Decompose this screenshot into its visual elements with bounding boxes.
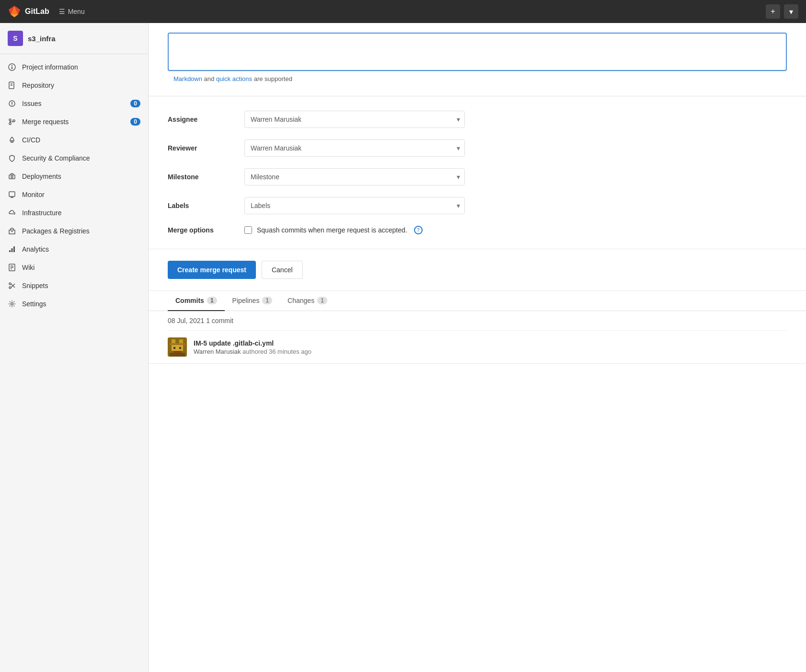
sidebar-item-monitor[interactable]: Monitor [0, 185, 148, 204]
sidebar-item-cicd[interactable]: CI/CD [0, 131, 148, 149]
svg-point-18 [11, 176, 13, 178]
tab-changes[interactable]: Changes 1 [280, 291, 335, 311]
tab-pipelines[interactable]: Pipelines 1 [225, 291, 280, 311]
sidebar-item-repository[interactable]: Repository [0, 76, 148, 94]
package-icon [8, 227, 16, 235]
milestone-select[interactable]: Milestone [244, 168, 465, 185]
tab-commits-label: Commits [175, 297, 204, 304]
svg-rect-44 [170, 353, 185, 357]
svg-rect-19 [9, 192, 15, 197]
gitlab-logo[interactable]: GitLab [8, 5, 49, 18]
sidebar-item-analytics[interactable]: Analytics [0, 240, 148, 258]
sidebar-item-label: Repository [22, 81, 140, 89]
monitor-icon [8, 190, 16, 199]
svg-rect-17 [9, 175, 15, 179]
changes-count-badge: 1 [317, 297, 327, 304]
assignee-select-wrapper: Warren Marusiak ▾ [244, 111, 465, 128]
merge-requests-badge: 0 [130, 118, 140, 126]
svg-point-12 [12, 104, 12, 105]
cancel-button[interactable]: Cancel [262, 261, 303, 279]
tab-changes-label: Changes [288, 297, 314, 304]
markdown-link[interactable]: Markdown [173, 75, 202, 82]
sidebar-item-label: Issues [22, 100, 125, 107]
reviewer-select[interactable]: Warren Marusiak [244, 139, 465, 157]
svg-rect-40 [172, 345, 183, 351]
squash-label[interactable]: Squash commits when merge request is acc… [257, 226, 407, 234]
milestone-label: Milestone [168, 173, 244, 181]
svg-point-35 [11, 303, 13, 305]
sidebar-item-deployments[interactable]: Deployments [0, 167, 148, 185]
sidebar-item-snippets[interactable]: Snippets [0, 277, 148, 295]
chevron-down-icon: ▾ [789, 7, 793, 16]
reviewer-select-wrapper: Warren Marusiak ▾ [244, 139, 465, 157]
sidebar-item-packages-registries[interactable]: Packages & Registries [0, 222, 148, 240]
commit-author: Warren Marusiak [194, 348, 241, 355]
commits-list: 08 Jul, 2021 1 commit [149, 311, 806, 363]
svg-rect-26 [13, 246, 15, 252]
sidebar-item-label: Snippets [22, 282, 140, 290]
milestone-row: Milestone Milestone ▾ [168, 168, 787, 185]
labels-label: Labels [168, 202, 244, 209]
issues-badge: 0 [130, 100, 140, 107]
sidebar-item-label: Merge requests [22, 118, 125, 126]
actions-section: Create merge request Cancel [149, 249, 806, 291]
app-body: S s3_infra Project information Repositor… [0, 23, 806, 672]
svg-rect-37 [172, 339, 175, 343]
sidebar-item-label: Security & Compliance [22, 154, 140, 162]
sidebar-item-label: Project information [22, 63, 140, 71]
gitlab-fox-icon [8, 5, 21, 18]
new-item-button[interactable]: + [766, 4, 780, 19]
sidebar-item-settings[interactable]: Settings [0, 295, 148, 313]
project-name: s3_infra [28, 35, 56, 43]
sidebar-item-wiki[interactable]: Wiki [0, 258, 148, 277]
avatar-pixel-art [168, 337, 187, 357]
commits-count-badge: 1 [207, 297, 217, 304]
svg-rect-38 [179, 339, 183, 343]
labels-row: Labels Labels ▾ [168, 197, 787, 214]
svg-rect-16 [11, 141, 13, 142]
sidebar-item-security-compliance[interactable]: Security & Compliance [0, 149, 148, 167]
create-merge-request-button[interactable]: Create merge request [168, 261, 256, 279]
commit-date-header: 08 Jul, 2021 1 commit [168, 311, 787, 331]
assignee-select[interactable]: Warren Marusiak [244, 111, 465, 128]
sidebar-item-label: Wiki [22, 264, 140, 271]
commit-meta: Warren Marusiak authored 36 minutes ago [194, 348, 787, 355]
sidebar-item-project-information[interactable]: Project information [0, 58, 148, 76]
commit-title[interactable]: IM-5 update .gitlab-ci.yml [194, 339, 787, 347]
svg-rect-24 [9, 250, 11, 252]
tabs-header: Commits 1 Pipelines 1 Changes 1 [149, 291, 806, 311]
commit-author-avatar [168, 337, 187, 357]
project-avatar: S [8, 31, 23, 46]
labels-select-wrapper: Labels ▾ [244, 197, 465, 214]
tabs-section: Commits 1 Pipelines 1 Changes 1 08 Jul, … [149, 291, 806, 364]
merge-options-label: Merge options [168, 226, 244, 234]
plus-icon: + [771, 7, 775, 16]
markdown-editor[interactable] [168, 33, 787, 71]
wiki-icon [8, 263, 16, 272]
svg-rect-39 [170, 343, 185, 345]
gear-icon [8, 300, 16, 308]
labels-select[interactable]: Labels [244, 197, 465, 214]
sidebar-item-infrastructure[interactable]: Infrastructure [0, 204, 148, 222]
sidebar-item-label: Monitor [22, 191, 140, 198]
svg-rect-41 [173, 347, 175, 349]
help-icon[interactable]: ? [414, 226, 423, 234]
svg-rect-22 [9, 230, 15, 234]
commit-meta-authored: authored 36 minutes ago [242, 348, 311, 355]
dropdown-button[interactable]: ▾ [784, 4, 798, 19]
squash-checkbox-group: Squash commits when merge request is acc… [244, 226, 423, 234]
merge-options-row: Merge options Squash commits when merge … [168, 226, 787, 234]
squash-checkbox[interactable] [244, 226, 252, 234]
menu-button[interactable]: ☰ Menu [59, 8, 85, 15]
project-header[interactable]: S s3_infra [0, 23, 148, 54]
sidebar: S s3_infra Project information Repositor… [0, 23, 149, 672]
quick-actions-link[interactable]: quick actions [216, 75, 252, 82]
svg-rect-6 [12, 65, 12, 66]
hamburger-icon: ☰ [59, 8, 65, 15]
svg-rect-25 [12, 248, 13, 252]
commit-item: IM-5 update .gitlab-ci.yml Warren Marusi… [168, 331, 787, 363]
tab-commits[interactable]: Commits 1 [168, 291, 225, 311]
gitlab-wordmark: GitLab [25, 7, 49, 16]
sidebar-item-merge-requests[interactable]: Merge requests 0 [0, 113, 148, 131]
sidebar-item-issues[interactable]: Issues 0 [0, 94, 148, 113]
